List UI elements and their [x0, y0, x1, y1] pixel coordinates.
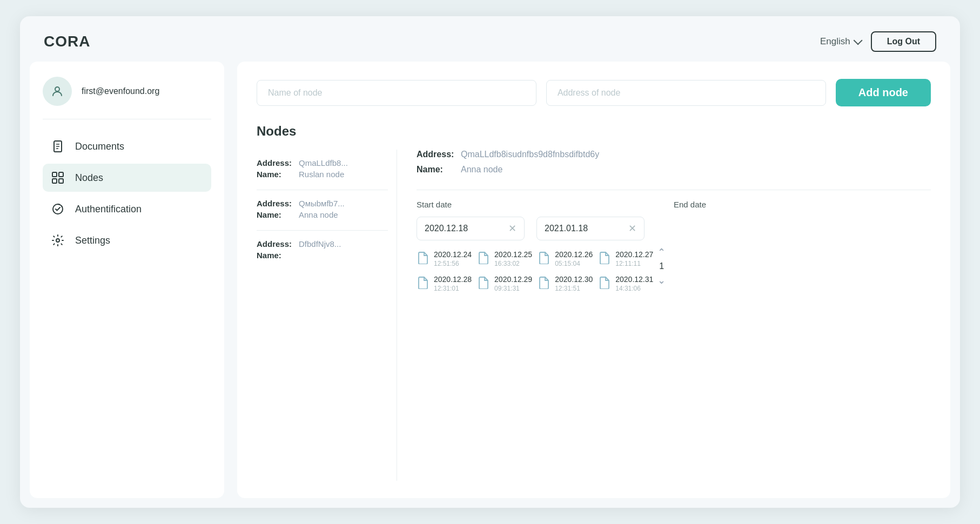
file-date: 2020.12.28	[434, 275, 472, 284]
file-time: 12:31:01	[434, 285, 472, 292]
address-label: Address:	[257, 199, 296, 208]
logout-button[interactable]: Log Out	[871, 31, 936, 52]
page-number: 1	[659, 261, 664, 271]
date-inputs-row: 2020.12.18 ✕ 2021.01.18 ✕	[417, 217, 931, 240]
file-time: 14:31:06	[615, 285, 653, 292]
address-value: Qмыbмfb7...	[299, 199, 345, 208]
list-item[interactable]: 2020.12.27 12:11:11	[598, 250, 653, 267]
file-time: 12:11:11	[615, 260, 653, 267]
file-time: 05:15:04	[555, 260, 593, 267]
svg-point-0	[55, 87, 59, 91]
user-email: first@evenfound.org	[82, 86, 159, 96]
file-icon	[538, 276, 551, 292]
avatar	[43, 77, 72, 106]
list-item[interactable]: 2020.12.29 09:31:31	[477, 275, 532, 292]
detail-address-row: Address: QmaLLdfb8isudnfbs9d8fnbsdifbtd6…	[417, 150, 931, 159]
file-icon	[417, 251, 429, 267]
name-label: Name:	[257, 170, 296, 179]
detail-name-value: Anna node	[461, 165, 502, 174]
file-date: 2020.12.27	[615, 250, 653, 259]
start-date-label: Start date	[417, 200, 674, 209]
address-label: Address:	[257, 158, 296, 167]
file-time: 12:31:51	[555, 285, 593, 292]
detail-address-label: Address:	[417, 150, 454, 159]
language-label: English	[820, 36, 850, 47]
list-item[interactable]: Address: QmaLLdfb8... Name: Ruslan node	[257, 150, 388, 190]
node-address-field: Address: QmaLLdfb8...	[257, 158, 388, 167]
file-date: 2020.12.29	[494, 275, 532, 284]
node-name-field: Name:	[257, 251, 388, 260]
file-icon	[477, 251, 490, 267]
nodes-icon	[50, 171, 65, 184]
file-date: 2020.12.24	[434, 250, 472, 259]
address-of-node-input[interactable]	[546, 80, 826, 106]
file-meta: 2020.12.27 12:11:11	[615, 250, 653, 267]
end-date-label: End date	[674, 200, 931, 209]
list-item[interactable]: Address: DfbdfNjv8... Name:	[257, 231, 388, 271]
list-item[interactable]: 2020.12.30 12:31:51	[538, 275, 593, 292]
sidebar-item-nodes[interactable]: Nodes	[43, 164, 211, 192]
header-right: English Log Out	[820, 31, 936, 52]
detail-address-value: QmaLLdfb8isudnfbs9d8fnbsdifbtd6y	[461, 150, 599, 159]
list-item[interactable]: 2020.12.28 12:31:01	[417, 275, 472, 292]
list-item[interactable]: 2020.12.24 12:51:56	[417, 250, 472, 267]
name-label: Name:	[257, 210, 296, 219]
end-date-input[interactable]: 2021.01.18 ✕	[536, 217, 645, 240]
prev-page-button[interactable]: ⌃	[657, 247, 666, 257]
address-value: DfbdfNjv8...	[299, 239, 341, 248]
next-page-button[interactable]: ⌄	[657, 276, 666, 285]
content-grid: Address: QmaLLdfb8... Name: Ruslan node …	[257, 150, 931, 481]
address-label: Address:	[257, 239, 296, 248]
name-of-node-input[interactable]	[257, 80, 536, 106]
file-date: 2020.12.30	[555, 275, 593, 284]
app-container: CORA English Log Out first@evenfound.org	[20, 16, 960, 508]
end-date-value: 2021.01.18	[545, 224, 621, 233]
file-grid-container: 2020.12.24 12:51:56 2020.12.25 16:33:02 …	[417, 240, 931, 292]
file-grid: 2020.12.24 12:51:56 2020.12.25 16:33:02 …	[417, 250, 653, 292]
file-time: 16:33:02	[494, 260, 532, 267]
detail-divider	[417, 190, 931, 190]
sidebar-item-settings[interactable]: Settings	[43, 226, 211, 254]
header: CORA English Log Out	[20, 16, 960, 62]
nodes-title: Nodes	[257, 124, 931, 139]
start-date-clear-icon[interactable]: ✕	[508, 223, 516, 234]
user-icon	[51, 85, 64, 98]
address-value: QmaLLdfb8...	[299, 158, 348, 167]
file-icon	[477, 276, 490, 292]
file-date: 2020.12.25	[494, 250, 532, 259]
list-item[interactable]: 2020.12.31 14:31:06	[598, 275, 653, 292]
detail-name-row: Name: Anna node	[417, 165, 931, 174]
sidebar-item-authentification[interactable]: Authentification	[43, 195, 211, 223]
body: first@evenfound.org Documents	[20, 62, 960, 508]
end-date-clear-icon[interactable]: ✕	[628, 223, 636, 234]
node-name-field: Name: Anna node	[257, 210, 388, 219]
start-date-value: 2020.12.18	[425, 224, 501, 233]
list-item[interactable]: 2020.12.25 16:33:02	[477, 250, 532, 267]
language-selector[interactable]: English	[820, 36, 860, 47]
node-name-field: Name: Ruslan node	[257, 170, 388, 179]
sidebar-item-documents-label: Documents	[75, 141, 124, 152]
name-value: Ruslan node	[299, 170, 344, 179]
node-detail-panel: Address: QmaLLdfb8isudnfbs9d8fnbsdifbtd6…	[397, 150, 931, 481]
file-icon	[598, 251, 611, 267]
node-list: Address: QmaLLdfb8... Name: Ruslan node …	[257, 150, 397, 481]
list-item[interactable]: 2020.12.26 05:15:04	[538, 250, 593, 267]
svg-rect-8	[59, 179, 63, 183]
file-meta: 2020.12.28 12:31:01	[434, 275, 472, 292]
auth-icon	[50, 203, 65, 216]
add-node-button[interactable]: Add node	[836, 79, 931, 106]
file-icon	[538, 251, 551, 267]
top-inputs: Add node	[257, 79, 931, 106]
file-meta: 2020.12.30 12:31:51	[555, 275, 593, 292]
sidebar-item-documents[interactable]: Documents	[43, 132, 211, 160]
file-icon	[417, 276, 429, 292]
list-item[interactable]: Address: Qмыbмfb7... Name: Anna node	[257, 190, 388, 231]
sidebar: first@evenfound.org Documents	[30, 62, 224, 498]
start-date-input[interactable]: 2020.12.18 ✕	[417, 217, 525, 240]
detail-name-label: Name:	[417, 165, 454, 174]
file-meta: 2020.12.25 16:33:02	[494, 250, 532, 267]
svg-point-10	[56, 239, 59, 242]
file-date: 2020.12.26	[555, 250, 593, 259]
node-address-field: Address: DfbdfNjv8...	[257, 239, 388, 248]
file-time: 12:51:56	[434, 260, 472, 267]
